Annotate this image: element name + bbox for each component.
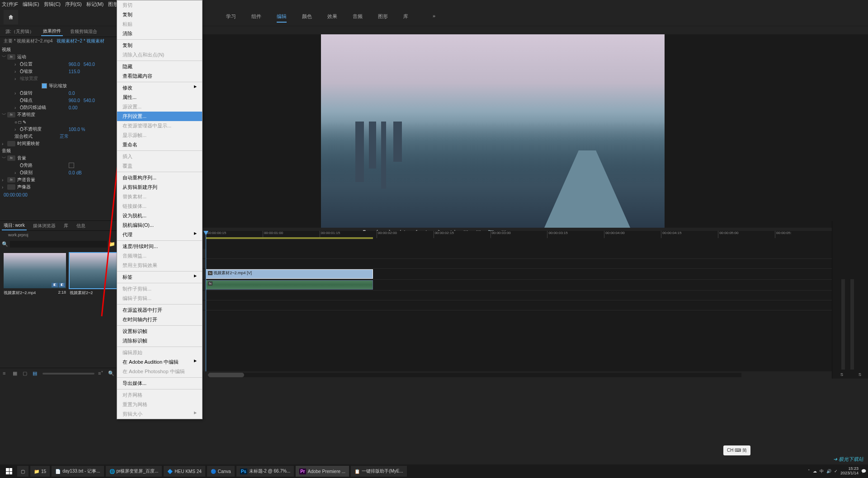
checkbox-uniform-scale[interactable] [42, 83, 47, 89]
task-premiere[interactable]: Pr Adobe Premiere ... [296, 466, 349, 477]
ctx-open-timeline[interactable]: 在时间轴内打开 [117, 315, 202, 324]
ctx-edit-subclip[interactable]: 编辑子剪辑... [117, 294, 202, 303]
ctx-make-offline[interactable]: 设为脱机... [117, 211, 202, 220]
ctx-clear[interactable]: 清除 [117, 29, 202, 38]
ctx-reveal-explorer[interactable]: 在资源管理器中显示... [117, 121, 202, 131]
ctx-hide[interactable]: 隐藏 [117, 62, 202, 71]
ctx-audio-gain[interactable]: 音频增益... [117, 251, 202, 261]
track-v3-lane[interactable] [206, 249, 832, 259]
audio-clip[interactable]: fx [206, 280, 373, 290]
list-view-icon[interactable]: ≡ [3, 370, 9, 377]
video-clip[interactable]: fx视频素材2~2.mp4 [V] [206, 269, 373, 279]
tray-cloud-icon[interactable]: ☁ [813, 469, 817, 473]
task-helper[interactable]: 📋 一键排版助手(MyE... [351, 466, 407, 477]
prop-scale[interactable]: ›Ö缩放115.0 [0, 68, 117, 75]
ws-audio[interactable]: 音频 [353, 11, 363, 23]
track-a3-lane[interactable] [206, 300, 832, 310]
prop-rotation[interactable]: ›Ö旋转0.0 [0, 89, 117, 97]
tab-audio-mixer[interactable]: 音频剪辑混合 [68, 28, 99, 36]
ctx-speed-duration[interactable]: 速度/持续时间... [117, 242, 202, 251]
ctx-edit-original[interactable]: 编辑原始 [117, 348, 202, 357]
timeline-scroll[interactable] [208, 373, 741, 377]
fx-opacity[interactable]: ﹀fx不透明度 [0, 111, 117, 118]
timeline-playhead-line[interactable] [206, 249, 206, 371]
ctx-properties[interactable]: 属性... [117, 93, 202, 102]
menu-file[interactable]: 文(件)F [2, 1, 18, 8]
auto-match-icon[interactable]: ≡˅ [98, 370, 104, 377]
menu-sequence[interactable]: 序列(S) [65, 1, 82, 8]
tab-project[interactable]: 项目: work [2, 221, 27, 230]
task-taskview[interactable]: ▢ [17, 466, 28, 477]
tray-volume-icon[interactable]: 🔊 [826, 469, 831, 473]
tracks-content[interactable]: fx视频素材2~2.mp4 [V] fx [206, 249, 832, 371]
track-a2-lane[interactable] [206, 291, 832, 300]
fx-volume[interactable]: ﹀fx音量 [0, 155, 117, 162]
ctx-disable-master-fx[interactable]: 禁用主剪辑效果 [117, 261, 202, 270]
sort-icon[interactable]: ▤ [33, 370, 39, 377]
ctx-clear-inout[interactable]: 清除入点和出点(N) [117, 50, 202, 60]
prop-uniform-scale[interactable]: 等比缩放 [0, 82, 117, 89]
ctx-source-settings[interactable]: 源设置... [117, 102, 202, 112]
ctx-reveal-source[interactable]: 显示源帧... [117, 131, 202, 140]
ctx-overwrite[interactable]: 覆盖 [117, 161, 202, 171]
task-chrome[interactable]: 🌐 pr横屏变竖屏_百度... [106, 466, 162, 477]
bins-area[interactable]: ◧◧ 视频素材2~2.mp42:18 视频素材2~2 [0, 249, 117, 368]
ctx-cut[interactable]: 剪切 [117, 0, 202, 10]
prop-anchor[interactable]: Ö锚点960.0540.0 [0, 97, 117, 104]
ec-timecode[interactable]: 00:00:00:00 [0, 191, 117, 199]
track-v2-lane[interactable] [206, 259, 832, 269]
freeform-icon[interactable]: ▢ [23, 370, 29, 377]
task-notepad[interactable]: 📄 day133.txt - 记事... [52, 466, 104, 477]
task-photoshop[interactable]: Ps 未标题-2 @ 66.7%... [236, 466, 294, 477]
system-tray[interactable]: ˄ ☁ 中 🔊 ✓ 15:23 2023/1/14 💬 [808, 467, 866, 476]
prop-position[interactable]: ›Ö位置960.0540.0 [0, 61, 117, 68]
ctx-export-media[interactable]: 导出媒体... [117, 379, 202, 388]
tab-source-none[interactable]: 源:（无剪辑） [4, 28, 36, 36]
zoom-slider[interactable] [42, 373, 94, 375]
ctx-set-poster-frame[interactable]: 设置标识帧 [117, 327, 202, 336]
menu-clip[interactable]: 剪辑(C) [44, 1, 61, 8]
icon-view-icon[interactable]: ▦ [13, 370, 19, 377]
ws-effects[interactable]: 效果 [327, 11, 337, 23]
tray-clock[interactable]: 15:23 2023/1/14 [840, 467, 859, 476]
track-a1-lane[interactable]: fx [206, 280, 832, 291]
search-icon[interactable]: 🔍 [2, 241, 8, 247]
fx-panner[interactable]: ›声像器 [0, 183, 117, 191]
find-icon[interactable]: 🔍 [108, 370, 114, 377]
fx-motion[interactable]: ﹀fx运动 [0, 53, 117, 61]
tab-library[interactable]: 库 [62, 222, 70, 230]
ctx-align-grid[interactable]: 对齐网格 [117, 390, 202, 400]
search-input[interactable] [10, 241, 107, 248]
work-area-bar[interactable] [206, 237, 373, 239]
ctx-thumbnail-size[interactable]: 剪辑大小 [117, 409, 202, 419]
program-viewer[interactable] [118, 34, 868, 228]
prop-level[interactable]: ›Ö级别0.0 dB [0, 169, 117, 176]
ctx-open-source-monitor[interactable]: 在源监视器中打开 [117, 305, 202, 315]
fx-channel-vol[interactable]: ›fx声道音量 [0, 176, 117, 183]
ctx-proxy[interactable]: 代理 [117, 230, 202, 239]
ctx-reset-grid[interactable]: 重置为网格 [117, 400, 202, 409]
ws-library[interactable]: 库 [403, 11, 408, 23]
prop-opacity[interactable]: ›Ö不透明度100.0 % [0, 126, 117, 133]
ws-assembly[interactable]: 组件 [251, 11, 261, 23]
prop-bypass[interactable]: Ö旁路 [0, 162, 117, 169]
ws-color[interactable]: 颜色 [302, 11, 312, 23]
ws-editing[interactable]: 编辑 [277, 11, 287, 23]
ctx-view-hidden[interactable]: 查看隐藏内容 [117, 71, 202, 81]
start-button[interactable] [2, 466, 16, 477]
task-heu[interactable]: 🔷 HEU KMS 24 [164, 466, 205, 477]
ctx-replace-footage[interactable]: 替换素材... [117, 192, 202, 202]
task-canva[interactable]: 🔵 Canva [207, 466, 235, 477]
menu-edit[interactable]: 编辑(E) [23, 1, 39, 8]
ctx-label[interactable]: 标签 [117, 272, 202, 282]
ime-badge[interactable]: CH ⌨ 简 [723, 445, 750, 455]
timeline-ruler[interactable]: 00:00:00:1500:00:01:0000:00:01:1500:00:0… [206, 231, 832, 249]
ws-overflow-icon[interactable]: » [433, 11, 435, 23]
ctx-make-subclip[interactable]: 制作子剪辑... [117, 284, 202, 294]
tray-ime[interactable]: 中 [820, 469, 824, 474]
ctx-link-media[interactable]: 链接媒体... [117, 202, 202, 211]
ctx-rename[interactable]: 重命名 [117, 140, 202, 150]
tab-media-browser[interactable]: 媒体浏览器 [31, 222, 57, 230]
ctx-paste[interactable]: 粘贴 [117, 19, 202, 29]
mask-tools[interactable]: ○ □ ✎ [0, 118, 117, 126]
